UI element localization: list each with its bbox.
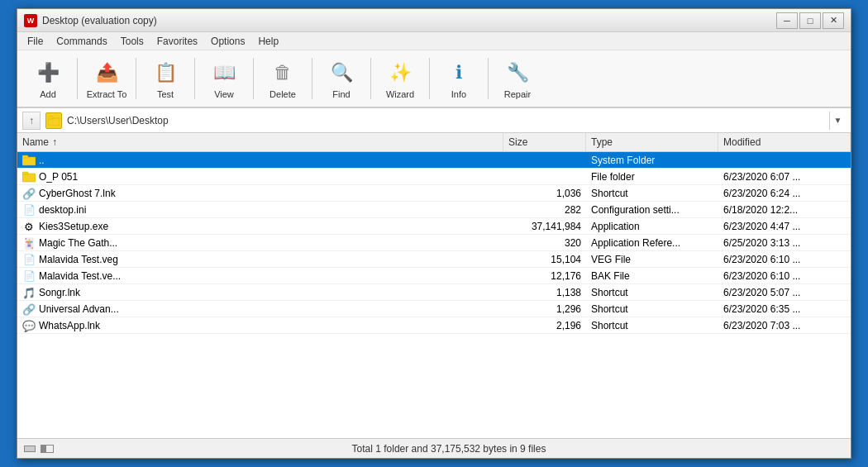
menu-item-file[interactable]: File <box>21 34 50 49</box>
toolbar-btn-add[interactable]: ➕Add <box>24 54 72 103</box>
file-size-cell: 282 <box>503 202 586 218</box>
file-name-cell: 🔗Universal Advan... <box>17 301 503 317</box>
menu-item-help[interactable]: Help <box>251 34 285 49</box>
col-name[interactable]: Name ↑ <box>17 133 503 151</box>
window-title: Desktop (evaluation copy) <box>42 15 157 26</box>
toolbar-btn-wizard[interactable]: ✨Wizard <box>376 54 424 103</box>
file-name: .. <box>39 155 45 166</box>
toolbar-btn-test[interactable]: 📋Test <box>141 54 189 103</box>
repair-label: Repair <box>504 89 531 99</box>
delete-icon: 🗑 <box>268 58 298 88</box>
file-type-cell: System Folder <box>586 152 718 169</box>
table-row[interactable]: ..System Folder <box>17 152 851 169</box>
status-icon-1 <box>24 446 36 452</box>
file-name-cell: 🃏Magic The Gath... <box>17 235 503 251</box>
file-icon: 📄 <box>22 269 36 283</box>
table-row[interactable]: 📄Malavida Test.ve...12,176BAK File6/23/2… <box>17 268 851 284</box>
toolbar-btn-extract-to[interactable]: 📤Extract To <box>83 54 131 103</box>
table-row[interactable]: 🔗CyberGhost 7.lnk1,036Shortcut6/23/2020 … <box>17 185 851 202</box>
address-dropdown[interactable]: ▼ <box>829 112 846 130</box>
table-row[interactable]: 🃏Magic The Gath...320Application Refere.… <box>17 235 851 251</box>
file-rows-container: ..System Folder O_P 051File folder6/23/2… <box>17 152 851 334</box>
table-row[interactable]: 📄Malavida Test.veg15,104VEG File6/23/202… <box>17 251 851 268</box>
title-bar-left: W Desktop (evaluation copy) <box>24 14 157 27</box>
toolbar-btn-view[interactable]: 📖View <box>200 54 248 103</box>
col-type[interactable]: Type <box>586 133 718 151</box>
file-name: Magic The Gath... <box>39 237 117 249</box>
toolbar-btn-info[interactable]: ℹInfo <box>435 54 483 103</box>
status-bar: Total 1 folder and 37,175,532 bytes in 9… <box>17 438 851 458</box>
file-modified-cell: 6/23/2020 6:35 ... <box>718 301 851 317</box>
minimize-button[interactable]: ─ <box>776 12 798 29</box>
table-row[interactable]: 📄desktop.ini282Configuration setti...6/1… <box>17 202 851 218</box>
status-left <box>24 445 54 453</box>
col-size[interactable]: Size <box>503 133 586 151</box>
table-row[interactable]: ⚙Kies3Setup.exe37,141,984Application6/23… <box>17 218 851 235</box>
file-size-cell: 1,296 <box>503 301 586 317</box>
file-name: Songr.lnk <box>39 287 80 298</box>
file-modified-cell: 6/23/2020 6:24 ... <box>718 185 851 202</box>
toolbar-sep-8 <box>488 58 489 99</box>
toolbar-sep-2 <box>136 58 136 99</box>
find-label: Find <box>332 89 350 99</box>
table-row[interactable]: O_P 051File folder6/23/2020 6:07 ... <box>17 169 851 185</box>
toolbar-sep-7 <box>429 58 430 99</box>
file-icon: 💬 <box>22 319 36 332</box>
file-type-cell: Shortcut <box>586 185 718 202</box>
status-icon-2 <box>41 445 54 453</box>
file-modified-cell: 6/23/2020 6:10 ... <box>718 251 851 268</box>
menu-item-options[interactable]: Options <box>204 34 251 49</box>
file-name-cell: 🔗CyberGhost 7.lnk <box>17 185 503 202</box>
file-modified-cell <box>718 152 851 169</box>
table-row[interactable]: 🔗Universal Advan...1,296Shortcut6/23/202… <box>17 301 851 317</box>
info-icon: ℹ <box>444 58 474 88</box>
menu-item-tools[interactable]: Tools <box>114 34 150 49</box>
test-label: Test <box>157 89 174 99</box>
svg-rect-0 <box>48 118 60 126</box>
file-size-cell: 1,036 <box>503 185 586 202</box>
toolbar-btn-find[interactable]: 🔍Find <box>317 54 365 103</box>
maximize-button[interactable]: □ <box>799 12 821 29</box>
file-type-cell: Application Refere... <box>586 235 718 251</box>
add-label: Add <box>40 89 56 99</box>
col-modified[interactable]: Modified <box>718 133 851 151</box>
svg-rect-3 <box>22 155 28 158</box>
file-name-cell: 📄desktop.ini <box>17 202 503 218</box>
file-name-cell: .. <box>17 152 503 169</box>
file-name-cell: 🎵Songr.lnk <box>17 284 503 301</box>
menu-item-commands[interactable]: Commands <box>50 34 113 49</box>
menu-item-favorites[interactable]: Favorites <box>150 34 204 49</box>
toolbar-btn-delete[interactable]: 🗑Delete <box>259 54 307 103</box>
file-size-cell: 320 <box>503 235 586 251</box>
file-modified-cell: 6/23/2020 6:10 ... <box>718 268 851 284</box>
close-button[interactable]: ✕ <box>823 12 844 29</box>
table-row[interactable]: 💬WhatsApp.lnk2,196Shortcut6/23/2020 7:03… <box>17 317 851 334</box>
extract-to-icon: 📤 <box>92 58 122 88</box>
file-modified-cell: 6/23/2020 4:47 ... <box>718 218 851 235</box>
file-name-cell: 💬WhatsApp.lnk <box>17 317 503 334</box>
toolbar-sep-4 <box>253 58 254 99</box>
file-type-cell: Shortcut <box>586 301 718 317</box>
title-bar: W Desktop (evaluation copy) ─ □ ✕ <box>17 9 851 32</box>
file-size-cell: 1,138 <box>503 284 586 301</box>
file-name-cell: 📄Malavida Test.veg <box>17 251 503 268</box>
file-type-cell: Shortcut <box>586 284 718 301</box>
toolbar-sep-3 <box>194 58 195 99</box>
table-row[interactable]: 🎵Songr.lnk1,138Shortcut6/23/2020 5:07 ..… <box>17 284 851 301</box>
file-modified-cell: 6/23/2020 5:07 ... <box>718 284 851 301</box>
toolbar-sep-5 <box>312 58 312 99</box>
file-size-cell: 2,196 <box>503 317 586 334</box>
file-name-cell: O_P 051 <box>17 169 503 185</box>
extract-to-label: Extract To <box>87 89 127 99</box>
file-type-cell: File folder <box>586 169 718 185</box>
file-name-cell: 📄Malavida Test.ve... <box>17 268 503 284</box>
file-icon: 🎵 <box>22 286 36 299</box>
toolbar-btn-repair[interactable]: 🔧Repair <box>494 54 541 103</box>
file-name: desktop.ini <box>39 204 86 216</box>
find-icon: 🔍 <box>327 58 356 88</box>
address-input[interactable] <box>67 115 824 126</box>
file-size-cell <box>503 152 586 169</box>
up-button[interactable]: ↑ <box>22 112 41 130</box>
title-controls: ─ □ ✕ <box>776 12 844 29</box>
file-modified-cell: 6/23/2020 7:03 ... <box>718 317 851 334</box>
